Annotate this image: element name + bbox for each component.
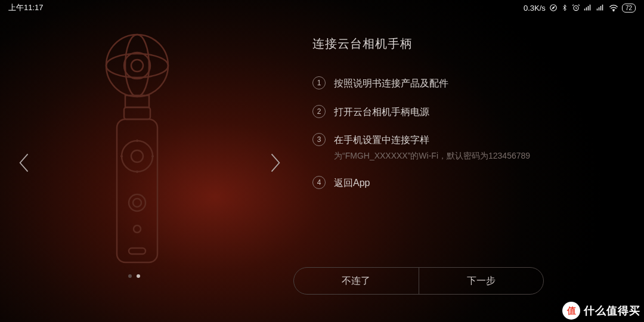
step-number: 4 — [312, 176, 326, 189]
svg-point-11 — [131, 150, 143, 162]
alarm-icon — [572, 4, 580, 12]
step-number: 2 — [312, 105, 326, 118]
next-button[interactable]: 下一步 — [419, 268, 544, 294]
panel-title: 连接云台相机手柄 — [312, 36, 575, 52]
svg-point-4 — [106, 54, 168, 78]
cancel-button[interactable]: 不连了 — [294, 268, 419, 294]
step-subtext: 为“FMGH_XXXXXX”的Wi-Fi，默认密码为123456789 — [334, 149, 530, 162]
step-text: 在手机设置中连接字样 — [334, 132, 530, 148]
status-bar: 上午11:17 0.3K/s 72 — [0, 0, 644, 16]
page-dot-active — [137, 274, 140, 278]
page-indicator — [128, 274, 140, 278]
step-3: 3 在手机设置中连接字样 为“FMGH_XXXXXX”的Wi-Fi，默认密码为1… — [312, 132, 575, 162]
status-icons: 0.3K/s 72 — [524, 4, 636, 13]
svg-rect-15 — [129, 248, 145, 254]
svg-point-0 — [550, 5, 557, 11]
step-number: 1 — [312, 76, 326, 89]
svg-point-12 — [129, 194, 145, 211]
net-speed: 0.3K/s — [524, 4, 546, 13]
battery-indicator: 72 — [622, 4, 636, 13]
next-page-button[interactable] — [268, 152, 281, 174]
signal-icon-2 — [596, 4, 605, 11]
wifi-icon — [609, 4, 618, 11]
page-dot — [128, 274, 132, 278]
compass-icon — [549, 4, 558, 12]
svg-point-5 — [125, 35, 149, 97]
svg-point-10 — [122, 141, 153, 172]
step-4: 4 返回App — [312, 175, 575, 191]
step-text: 打开云台相机手柄电源 — [334, 104, 429, 120]
watermark: 值 什么值得买 — [562, 302, 640, 320]
signal-icon-1 — [584, 4, 593, 11]
instructions-panel: 连接云台相机手柄 1 按照说明书连接产品及配件 2 打开云台相机手柄电源 3 在… — [312, 36, 575, 204]
button-row: 不连了 下一步 — [293, 267, 544, 295]
step-text: 按照说明书连接产品及配件 — [334, 76, 448, 91]
svg-point-2 — [613, 11, 614, 11]
device-illustration — [72, 24, 203, 274]
watermark-text: 什么值得买 — [584, 304, 640, 318]
watermark-badge: 值 — [562, 302, 580, 320]
step-number: 3 — [312, 133, 326, 146]
step-2: 2 打开云台相机手柄电源 — [312, 104, 575, 120]
step-1: 1 按照说明书连接产品及配件 — [312, 76, 575, 91]
svg-rect-8 — [124, 107, 150, 119]
svg-point-7 — [131, 60, 143, 72]
svg-point-3 — [106, 35, 168, 97]
svg-point-14 — [134, 225, 141, 233]
step-text: 返回App — [334, 175, 370, 191]
prev-page-button[interactable] — [18, 152, 31, 174]
svg-point-6 — [124, 52, 150, 79]
chevron-left-icon — [18, 152, 31, 174]
bluetooth-icon — [561, 4, 568, 12]
svg-point-13 — [133, 199, 141, 207]
status-time: 上午11:17 — [8, 2, 44, 13]
chevron-right-icon — [268, 152, 281, 174]
